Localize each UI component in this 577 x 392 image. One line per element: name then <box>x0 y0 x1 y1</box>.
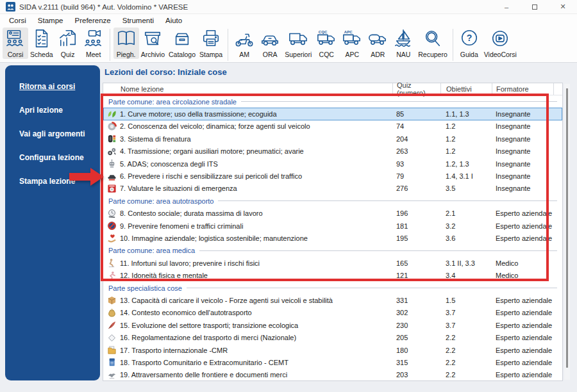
group-row-parte-specialistica-cose: Parte specialistica cose <box>103 282 562 294</box>
column-header-quiz-numero[interactable]: Quiz (numero) <box>392 83 440 95</box>
menu-item-aiuto[interactable]: Aiuto <box>160 17 188 24</box>
group-row-parte-comune-area-medica: Parte comune: area medica <box>103 245 562 257</box>
toolbar-button-cqc[interactable]: CQCCQC <box>314 28 339 59</box>
svg-text:?: ? <box>466 33 472 43</box>
lesson-name: 11. Infortuni sul lavoro; prevenire i ri… <box>120 259 392 267</box>
vertical-scrollbar-thumb[interactable] <box>566 88 568 368</box>
lesson-name: 16. Regolamentazione del trasporto di me… <box>120 334 392 341</box>
menu-item-strumenti[interactable]: Strumenti <box>117 17 160 24</box>
toolbar-button-catalogo[interactable]: Catalogo <box>167 28 197 59</box>
fitness-icon <box>103 271 120 281</box>
table-row-lesson[interactable]: 3. Sistema di frenatura2041.2Insegnante <box>103 133 562 145</box>
group-label: Parte comune: area circolazione stradale <box>103 98 237 106</box>
toolbar-button-scheda[interactable]: Scheda <box>28 28 55 59</box>
lesson-formatore: Esperto aziendale <box>492 359 553 366</box>
lesson-obiettivi: 1.5 <box>440 297 492 304</box>
table-row-lesson[interactable]: 13. Capacità di caricare il veicolo - Fo… <box>103 294 562 306</box>
binder-icon <box>103 357 120 367</box>
lesson-quiz-count: 74 <box>392 122 440 130</box>
toolbar-button-corsi[interactable]: Corsi <box>3 28 28 59</box>
minimize-button[interactable]: – <box>492 0 521 13</box>
table-row-lesson[interactable]: 16. Regolamentazione del trasporto di me… <box>103 331 562 343</box>
table-row-lesson[interactable]: 11. Infortuni sul lavoro; prevenire i ri… <box>103 257 562 269</box>
toolbar-button-quiz[interactable]: Quiz <box>55 28 81 59</box>
menu-item-stampe[interactable]: Stampe <box>32 17 69 24</box>
bird-icon <box>103 370 120 380</box>
toolbar-button-recupero[interactable]: Recupero <box>416 28 449 59</box>
toolbar-button-label: Stampa <box>199 51 222 58</box>
video-play-icon <box>490 29 510 50</box>
table-row-lesson[interactable]: 2. Conoscenza del veicolo; dinamica; for… <box>103 120 562 133</box>
sidebar-item-apri-lezione[interactable]: Apri lezione <box>19 106 100 115</box>
toolbar-button-videocorsi[interactable]: VideoCorsi <box>482 28 519 59</box>
toolbar-button-label: Catalogo <box>169 51 196 58</box>
toolbar-button-am[interactable]: AM <box>231 28 257 59</box>
toolbar-button-nau[interactable]: NAU <box>390 28 416 59</box>
sidebar-item-ritorna-ai-corsi[interactable]: Ritorna ai corsi <box>19 82 100 91</box>
table-row-lesson[interactable]: 6. Prevedere i rischi e sensibilizzare s… <box>103 170 562 182</box>
close-button[interactable]: ✕ <box>549 0 577 13</box>
lesson-name: 15. Evoluzione del settore trasporti; tr… <box>120 322 392 329</box>
table-row-lesson[interactable]: 19. Attraversamento delle frontiere e do… <box>103 369 562 381</box>
group-label: Parte specialistica cose <box>103 284 182 292</box>
lesson-obiettivi: 3.2 <box>440 222 492 230</box>
column-header-nome-lezione[interactable]: Nome lezione <box>120 83 392 95</box>
table-body: Parte comune: area circolazione stradale… <box>103 95 562 381</box>
lesson-obiettivi: 3.4 <box>440 272 492 279</box>
toolbar-button-label: Recupero <box>418 51 447 58</box>
maximize-button[interactable] <box>521 0 549 13</box>
toolbar-button-adr[interactable]: ADR <box>365 28 390 59</box>
car-icon <box>260 29 280 50</box>
table-row-lesson[interactable]: 17. Trasporto internazionale -CMR1802.2E… <box>103 344 562 356</box>
table-row-lesson[interactable]: 5. ADAS; conoscenza degli ITS931.2, 1.3I… <box>103 158 562 170</box>
menu-item-corsi[interactable]: Corsi <box>3 17 32 24</box>
lesson-quiz-count: 79 <box>392 172 440 180</box>
toolbar-button-meet[interactable]: Meet <box>81 28 106 59</box>
sidebar-item-stampa-lezione[interactable]: Stampa lezione <box>19 177 100 186</box>
lesson-formatore: Insegnante <box>492 147 553 155</box>
table-row-lesson[interactable]: 15. Evoluzione del settore trasporti; tr… <box>103 319 562 331</box>
page-title: Lezioni del corso: Iniziale cose <box>105 67 227 77</box>
group-rule <box>187 288 557 288</box>
lesson-obiettivi: 2.2 <box>440 371 492 379</box>
group-label: Parte comune: area medica <box>103 247 195 254</box>
lesson-formatore: Esperto aziendale <box>492 234 553 242</box>
cargo-box-icon <box>103 295 120 305</box>
table-row-lesson[interactable]: 8. Contesto sociale; durata massima di l… <box>103 208 562 220</box>
column-header-formatore[interactable]: Formatore <box>492 83 553 95</box>
lesson-formatore: Insegnante <box>492 184 553 192</box>
table-row-lesson[interactable]: 14. Contesto economico dell'autotrasport… <box>103 307 562 319</box>
lesson-obiettivi: 3.7 <box>440 309 492 316</box>
adas-robot-icon <box>103 159 120 168</box>
toolbar-button-piegh[interactable]: Piegh. <box>113 28 139 59</box>
toolbar-button-label: VideoCorsi <box>484 51 517 58</box>
lesson-quiz-count: 196 <box>392 209 440 217</box>
sidebar-item-vai-agli-argomenti[interactable]: Vai agli argomenti <box>19 129 100 138</box>
toolbar-button-stampa[interactable]: Stampa <box>197 28 224 59</box>
toolbar-button-apc[interactable]: APCAPC <box>339 28 365 59</box>
table-row-lesson[interactable]: 4. Trasmissione; organi ausiliari motore… <box>103 145 562 158</box>
help-icon: ? <box>460 29 479 50</box>
lesson-name: 9. Prevenire fenomeni e traffici crimina… <box>120 222 392 230</box>
tanker-truck-icon <box>368 29 387 50</box>
table-row-lesson[interactable]: 10. Immagine aziendale; logistica sosten… <box>103 232 562 244</box>
toolbar-button-ora[interactable]: ORA <box>257 28 283 59</box>
table-row-lesson[interactable]: 9. Prevenire fenomeni e traffici crimina… <box>103 220 562 232</box>
table-row-lesson[interactable]: 18. Trasporto Comunitario e Extracomunit… <box>103 356 562 368</box>
menu-item-preferenze[interactable]: Preferenze <box>69 17 116 24</box>
sidebar-item-configura-lezione[interactable]: Configura lezione <box>19 153 100 162</box>
video-meeting-icon <box>84 29 103 50</box>
lesson-quiz-count: 121 <box>392 272 440 279</box>
group-rule <box>218 200 557 201</box>
table-row-lesson[interactable]: 7. Valutare le situazioni di emergenza27… <box>103 183 562 195</box>
lesson-formatore: Esperto aziendale <box>492 347 553 354</box>
toolbar-button-label: Guida <box>460 51 478 58</box>
table-row-lesson[interactable]: 1. Curve motore; uso della trasmissione;… <box>103 108 562 120</box>
column-header-obiettivi[interactable]: Obiettivi <box>440 83 492 95</box>
table-row-lesson[interactable]: 12. Idoneità fisica e mentale1213.4Medic… <box>103 269 562 281</box>
toolbar-button-archivio[interactable]: Archivio <box>139 28 167 59</box>
lesson-name: 3. Sistema di frenatura <box>120 135 392 143</box>
truck-apc-icon: APC <box>342 29 362 50</box>
toolbar-button-superiori[interactable]: Superiori <box>283 28 314 59</box>
toolbar-button-guida[interactable]: ?Guida <box>456 28 482 59</box>
